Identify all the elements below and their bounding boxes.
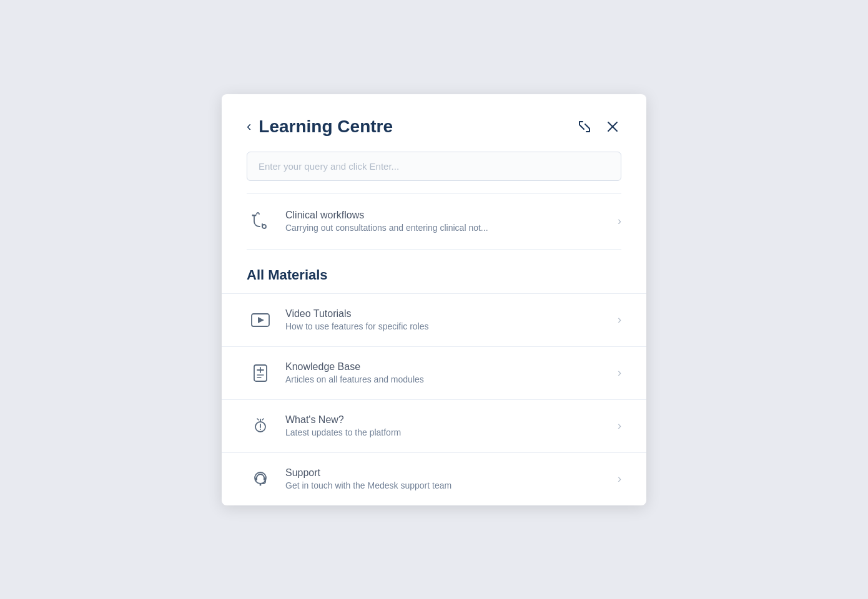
all-materials-title: All Materials — [247, 267, 621, 283]
video-tutorials-text: Video Tutorials How to use features for … — [285, 308, 618, 331]
close-button[interactable] — [604, 118, 621, 135]
svg-point-2 — [255, 214, 257, 216]
whats-new-chevron-icon: › — [618, 419, 621, 432]
svg-rect-17 — [255, 477, 257, 480]
learning-centre-panel: ‹ Learning Centre — [222, 94, 646, 505]
whats-new-item[interactable]: What's New? Latest updates to the platfo… — [222, 399, 646, 452]
support-text: Support Get in touch with the Medesk sup… — [285, 467, 618, 490]
svg-point-19 — [260, 484, 262, 485]
page-title: Learning Centre — [259, 117, 393, 137]
clinical-chevron-icon: › — [618, 215, 621, 228]
back-button[interactable]: ‹ — [247, 120, 251, 134]
svg-point-1 — [252, 214, 254, 216]
support-description: Get in touch with the Medesk support tea… — [285, 480, 618, 490]
video-tutorials-chevron-icon: › — [618, 313, 621, 326]
knowledge-base-chevron-icon: › — [618, 366, 621, 379]
svg-point-15 — [260, 429, 261, 430]
video-tutorials-description: How to use features for specific roles — [285, 321, 618, 331]
video-tutorials-title: Video Tutorials — [285, 308, 618, 319]
all-materials-section: All Materials — [222, 250, 646, 293]
video-tutorials-item[interactable]: Video Tutorials How to use features for … — [222, 293, 646, 346]
search-area — [222, 152, 646, 193]
svg-marker-4 — [258, 317, 264, 323]
clinical-icon — [247, 208, 274, 235]
video-tutorials-icon — [247, 306, 274, 334]
resize-button[interactable] — [575, 117, 594, 136]
whats-new-text: What's New? Latest updates to the platfo… — [285, 414, 618, 437]
knowledge-base-text: Knowledge Base Articles on all features … — [285, 361, 618, 384]
support-icon — [247, 465, 274, 493]
support-chevron-icon: › — [618, 472, 621, 485]
knowledge-base-icon — [247, 359, 274, 387]
knowledge-base-title: Knowledge Base — [285, 361, 618, 373]
clinical-title: Clinical workflows — [285, 210, 618, 221]
support-title: Support — [285, 467, 618, 479]
clinical-workflows-item[interactable]: Clinical workflows Carrying out consulta… — [222, 194, 646, 249]
knowledge-base-description: Articles on all features and modules — [285, 374, 618, 384]
materials-list: Video Tutorials How to use features for … — [222, 293, 646, 505]
clinical-description: Carrying out consultations and entering … — [285, 223, 618, 233]
whats-new-description: Latest updates to the platform — [285, 427, 618, 437]
svg-line-13 — [262, 419, 264, 420]
panel-header: ‹ Learning Centre — [222, 94, 646, 152]
svg-line-12 — [257, 419, 259, 420]
search-input[interactable] — [247, 152, 621, 181]
support-item[interactable]: Support Get in touch with the Medesk sup… — [222, 452, 646, 505]
whats-new-icon — [247, 412, 274, 440]
header-left: ‹ Learning Centre — [247, 117, 393, 137]
knowledge-base-item[interactable]: Knowledge Base Articles on all features … — [222, 346, 646, 399]
header-right — [575, 117, 621, 136]
clinical-text: Clinical workflows Carrying out consulta… — [285, 210, 618, 233]
whats-new-title: What's New? — [285, 414, 618, 426]
